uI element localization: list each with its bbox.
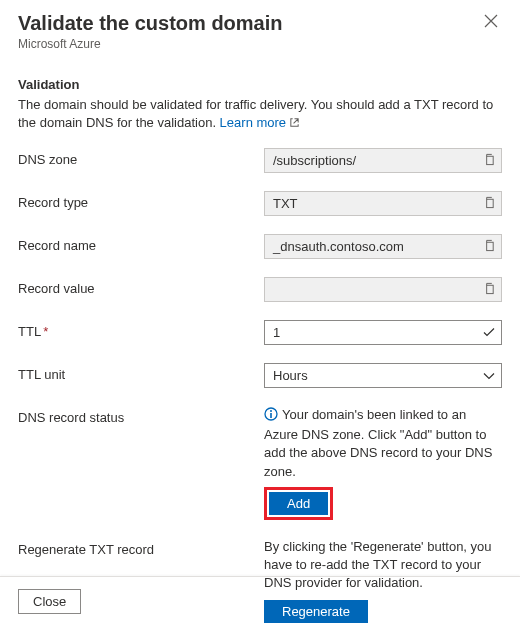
dns-zone-field: /subscriptions/ — [264, 148, 502, 173]
record-name-label: Record name — [18, 234, 264, 253]
status-text: Your domain's been linked to an Azure DN… — [264, 407, 492, 479]
ttl-label-text: TTL — [18, 324, 41, 339]
record-value-label: Record value — [18, 277, 264, 296]
required-star: * — [43, 324, 48, 339]
dns-record-status-label: DNS record status — [18, 406, 264, 425]
record-type-label: Record type — [18, 191, 264, 210]
copy-icon[interactable] — [483, 196, 495, 212]
footer: Close — [0, 576, 520, 626]
record-value-field — [264, 277, 502, 302]
copy-icon[interactable] — [483, 239, 495, 255]
learn-more-link[interactable]: Learn more — [220, 115, 286, 130]
record-name-field: _dnsauth.contoso.com — [264, 234, 502, 259]
svg-rect-1 — [487, 199, 494, 207]
record-type-value: TXT — [273, 196, 298, 211]
page-title: Validate the custom domain — [18, 12, 283, 35]
page-subtitle: Microsoft Azure — [18, 37, 283, 51]
ttl-value: 1 — [273, 325, 280, 340]
check-icon — [483, 325, 495, 340]
external-link-icon — [289, 115, 300, 133]
close-icon[interactable] — [480, 12, 502, 30]
record-type-field: TXT — [264, 191, 502, 216]
ttl-unit-select[interactable]: Hours — [264, 363, 502, 388]
svg-rect-3 — [487, 285, 494, 293]
copy-icon[interactable] — [483, 153, 495, 169]
dns-record-status-text: Your domain's been linked to an Azure DN… — [264, 406, 502, 481]
validation-description: The domain should be validated for traff… — [18, 96, 502, 132]
svg-point-5 — [270, 410, 272, 412]
info-icon — [264, 407, 278, 426]
dns-zone-value: /subscriptions/ — [273, 153, 356, 168]
ttl-label: TTL* — [18, 320, 264, 339]
ttl-input[interactable]: 1 — [264, 320, 502, 345]
record-name-value: _dnsauth.contoso.com — [273, 239, 404, 254]
close-button[interactable]: Close — [18, 589, 81, 614]
svg-rect-2 — [487, 242, 494, 250]
dns-zone-label: DNS zone — [18, 148, 264, 167]
validation-heading: Validation — [18, 77, 502, 92]
ttl-unit-value: Hours — [273, 368, 308, 383]
chevron-down-icon — [483, 368, 495, 383]
svg-rect-0 — [487, 156, 494, 164]
regenerate-label: Regenerate TXT record — [18, 538, 264, 557]
add-button-highlight: Add — [264, 487, 333, 520]
ttl-unit-label: TTL unit — [18, 363, 264, 382]
copy-icon[interactable] — [483, 282, 495, 298]
add-button[interactable]: Add — [269, 492, 328, 515]
svg-rect-6 — [270, 413, 272, 418]
